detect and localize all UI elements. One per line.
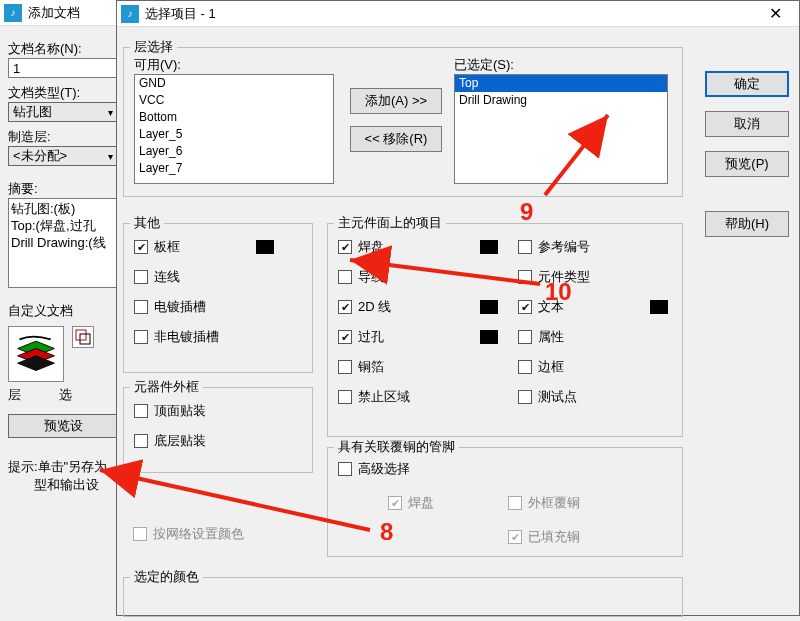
chk-trace[interactable]: 导线	[338, 266, 498, 288]
main-items-title: 主元件面上的项目	[334, 214, 446, 232]
chk-pad[interactable]: 焊盘	[338, 236, 498, 258]
app-icon: ♪	[4, 4, 22, 22]
svg-rect-4	[80, 334, 90, 344]
list-item[interactable]: Layer_5	[135, 126, 333, 143]
cancel-button[interactable]: 取消	[705, 111, 789, 137]
chk-text[interactable]: 文本	[518, 296, 668, 318]
layers-button[interactable]	[8, 326, 64, 382]
other-title: 其他	[130, 214, 164, 232]
color-swatch[interactable]	[650, 300, 668, 314]
help-button[interactable]: 帮助(H)	[705, 211, 789, 237]
chk-plated-slot[interactable]: 电镀插槽	[134, 296, 274, 318]
fg-titlebar: ♪ 选择项目 - 1 ✕	[117, 1, 799, 27]
layer-select-title: 层选择	[130, 38, 177, 56]
ok-button[interactable]: 确定	[705, 71, 789, 97]
svg-rect-3	[76, 330, 86, 340]
app-icon: ♪	[121, 5, 139, 23]
list-item[interactable]: Layer_6	[135, 143, 333, 160]
chk-top-mount[interactable]: 顶面贴装	[134, 400, 206, 422]
main-items-group: 主元件面上的项目 焊盘 导线 2D 线 过孔 铜箔 禁止区域 参考编号 元件类型…	[327, 223, 683, 437]
bg-title: 添加文档	[28, 4, 80, 22]
list-item[interactable]: GND	[135, 75, 333, 92]
available-listbox[interactable]: GND VCC Bottom Layer_5 Layer_6 Layer_7	[134, 74, 334, 184]
comp-outline-title: 元器件外框	[130, 378, 203, 396]
preview-button[interactable]: 预览(P)	[705, 151, 789, 177]
comp-outline-group: 元器件外框 顶面贴装 底层贴装	[123, 387, 313, 473]
other-group: 其他 板框 连线 电镀插槽 非电镀插槽	[123, 223, 313, 373]
selected-label: 已选定(S):	[454, 56, 514, 74]
chk-outline-copper: 外框覆铜	[508, 492, 628, 514]
close-icon[interactable]: ✕	[755, 4, 795, 23]
color-swatch[interactable]	[480, 300, 498, 314]
select-items-dialog: ♪ 选择项目 - 1 ✕ 层选择 可用(V): GND VCC Bottom L…	[116, 0, 800, 616]
chk-2dline[interactable]: 2D 线	[338, 296, 498, 318]
chk-comptype[interactable]: 元件类型	[518, 266, 668, 288]
list-item[interactable]: Layer_7	[135, 160, 333, 177]
mfg-layer-combo[interactable]: <未分配>	[8, 146, 118, 166]
list-item[interactable]: Bottom	[135, 109, 333, 126]
list-item[interactable]: VCC	[135, 92, 333, 109]
sel-color-group: 选定的颜色	[123, 577, 683, 617]
available-label: 可用(V):	[134, 56, 181, 74]
chk-nonplated-slot[interactable]: 非电镀插槽	[134, 326, 274, 348]
doc-type-combo[interactable]: 钻孔图	[8, 102, 118, 122]
color-swatch[interactable]	[480, 240, 498, 254]
chk-connection[interactable]: 连线	[134, 266, 274, 288]
chk-assoc-pad: 焊盘	[388, 492, 508, 514]
summary-box: 钻孔图:(板) Top:(焊盘,过孔 Drill Drawing:(线	[8, 198, 128, 288]
chk-border[interactable]: 边框	[518, 356, 668, 378]
layer-select-group: 层选择 可用(V): GND VCC Bottom Layer_5 Layer_…	[123, 47, 683, 197]
chk-keepout[interactable]: 禁止区域	[338, 386, 498, 408]
selected-listbox[interactable]: Top Drill Drawing	[454, 74, 668, 184]
chk-copper[interactable]: 铜箔	[338, 356, 498, 378]
select-caption: 选	[59, 386, 72, 404]
chk-filled-copper: 已填充铜	[508, 526, 628, 548]
chk-testpoint[interactable]: 测试点	[518, 386, 668, 408]
remove-button[interactable]: << 移除(R)	[350, 126, 442, 152]
layers-caption: 层	[8, 386, 21, 404]
color-swatch[interactable]	[480, 330, 498, 344]
assoc-copper-group: 具有关联覆铜的管脚 高级选择 焊盘 外框覆铜 已填充铜	[327, 447, 683, 557]
layers-aux-icon[interactable]	[72, 326, 94, 348]
list-item[interactable]: Drill Drawing	[455, 92, 667, 109]
chk-adv-select[interactable]: 高级选择	[338, 458, 410, 480]
color-swatch[interactable]	[256, 240, 274, 254]
add-button[interactable]: 添加(A) >>	[350, 88, 442, 114]
chk-board-frame[interactable]: 板框	[134, 236, 274, 258]
doc-name-input[interactable]	[8, 58, 118, 78]
list-item[interactable]: Top	[455, 75, 667, 92]
assoc-title: 具有关联覆铜的管脚	[334, 438, 459, 456]
chk-net-color: 按网络设置颜色	[133, 523, 244, 545]
fg-title: 选择项目 - 1	[145, 5, 216, 23]
chk-bottom-mount[interactable]: 底层贴装	[134, 430, 206, 452]
chk-attr[interactable]: 属性	[518, 326, 668, 348]
sel-color-title: 选定的颜色	[130, 568, 203, 586]
chk-via[interactable]: 过孔	[338, 326, 498, 348]
preview-settings-button[interactable]: 预览设	[8, 414, 118, 438]
chk-refdes[interactable]: 参考编号	[518, 236, 668, 258]
